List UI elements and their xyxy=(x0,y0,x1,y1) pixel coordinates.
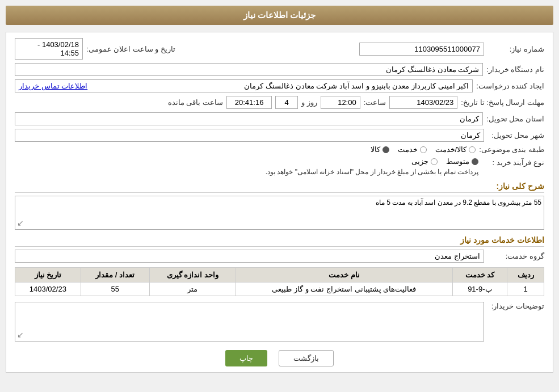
delivery-city-value: کرمان xyxy=(15,129,484,142)
resize-arrow-icon: ↙ xyxy=(17,218,24,227)
service-group-row: گروه خدمت: استخراج معدن xyxy=(15,250,544,263)
purchase-type-options: متوسط جزیی پرداخت تمام یا بخشی از مبلغ خ… xyxy=(266,157,478,176)
delivery-province-value: کرمان xyxy=(15,112,483,125)
col-header-code: کد خدمت xyxy=(452,268,507,283)
response-date-value: 1403/02/23 xyxy=(389,96,457,109)
category-option-kala[interactable]: کالا xyxy=(371,145,389,154)
button-row: بازگشت چاپ xyxy=(15,350,544,366)
need-number-row: شماره نیاز: 1103095511000077 تاریخ و ساع… xyxy=(15,38,544,60)
need-number-value: 1103095511000077 xyxy=(359,43,484,56)
category-label-khedmat: خدمت xyxy=(398,145,418,154)
cell-unit: متر xyxy=(149,283,236,296)
announce-datetime-label: تاریخ و ساعت اعلان عمومی: xyxy=(86,45,175,53)
service-group-value: استخراج معدن xyxy=(15,250,484,263)
resize-arrow2-icon: ↙ xyxy=(17,330,24,339)
page-container: جزئیات اطلاعات نیاز شماره نیاز: 11030955… xyxy=(0,0,559,392)
purchase-row2: پرداخت تمام یا بخشی از مبلغ خریدار از مح… xyxy=(266,168,478,176)
table-row: 1 ب-9-91 فعالیت‌های پشتیبانی استخراج نفت… xyxy=(15,283,544,296)
category-label-kala-khedmat: کالا/خدمت xyxy=(435,145,467,154)
request-creator-label: ایجاد کننده درخواست: xyxy=(476,82,544,90)
service-group-label: گروه خدمت: xyxy=(487,252,544,260)
purchase-radio-motavaset xyxy=(472,158,478,165)
category-label-kala: کالا xyxy=(371,145,380,154)
delivery-city-label: شهر محل تحویل: xyxy=(487,131,544,140)
category-radio-khedmat xyxy=(420,146,427,153)
col-header-row: ردیف xyxy=(507,268,544,283)
cell-qty: 55 xyxy=(81,283,149,296)
cell-name: فعالیت‌های پشتیبانی استخراج نفت و گاز طب… xyxy=(236,283,452,296)
col-header-date: تاریخ نیاز xyxy=(15,268,81,283)
print-button[interactable]: چاپ xyxy=(225,350,267,366)
response-days-value: 4 xyxy=(275,96,298,109)
response-remaining-label: ساعت باقی مانده xyxy=(168,98,223,107)
response-deadline-row: مهلت ارسال پاسخ: تا تاریخ: 1403/02/23 سا… xyxy=(15,96,544,109)
services-section-title: اطلاعات خدمات مورد نیاز xyxy=(15,235,544,247)
buyer-desc-wrapper: ↙ xyxy=(15,302,484,342)
cell-row: 1 xyxy=(507,283,544,296)
category-label: طبقه بندی موضوعی: xyxy=(479,145,544,154)
back-button[interactable]: بازگشت xyxy=(279,350,334,366)
purchase-type-label: نوع فرآیند خرید : xyxy=(482,157,544,167)
page-title: جزئیات اطلاعات نیاز xyxy=(6,6,553,25)
category-option-khedmat[interactable]: خدمت xyxy=(398,145,427,154)
response-day-label: روز و xyxy=(301,98,317,107)
buyer-desc-row: توضیحات خریدار: ↙ xyxy=(15,302,544,342)
category-row: طبقه بندی موضوعی: کالا/خدمت خدمت کالا xyxy=(15,145,544,154)
buyer-org-label: نام دستگاه خریدار: xyxy=(486,65,544,74)
category-option-kala-khedmat[interactable]: کالا/خدمت xyxy=(435,145,476,154)
category-radio-kala xyxy=(383,146,389,153)
services-table: ردیف کد خدمت نام خدمت واحد اندازه گیری ت… xyxy=(15,267,544,296)
delivery-city-row: شهر محل تحویل: کرمان xyxy=(15,129,544,142)
buyer-desc-value xyxy=(15,302,484,342)
purchase-label-jozi: جزیی xyxy=(411,157,428,166)
buyer-desc-label: توضیحات خریدار: xyxy=(487,302,544,310)
purchase-label-motavaset: متوسط xyxy=(446,157,469,166)
purchase-radio-jozi xyxy=(431,158,438,165)
response-clock-value: 20:41:16 xyxy=(226,96,272,109)
buyer-org-row: نام دستگاه خریدار: شرکت معادن ذغالسنگ کر… xyxy=(15,63,544,76)
request-creator-text: اکبر امینی کاربرداز معدن بابنیزو و اسد آ… xyxy=(244,82,469,90)
table-body: 1 ب-9-91 فعالیت‌های پشتیبانی استخراج نفت… xyxy=(15,283,544,296)
request-creator-value: اکبر امینی کاربرداز معدن بابنیزو و اسد آ… xyxy=(15,79,473,92)
purchase-type-row: نوع فرآیند خرید : متوسط جزیی پرداخت تمام… xyxy=(15,157,544,176)
buyer-org-value: شرکت معادن ذغالسنگ کرمان xyxy=(15,63,483,76)
need-description-section-title: شرح کلی نیاز: xyxy=(15,182,544,193)
category-radio-group: کالا/خدمت خدمت کالا xyxy=(371,145,476,154)
col-header-unit: واحد اندازه گیری xyxy=(149,268,236,283)
announce-datetime-value: 1403/02/18 - 14:55 xyxy=(15,38,83,60)
cell-code: ب-9-91 xyxy=(452,283,507,296)
need-number-label: شماره نیاز: xyxy=(487,45,544,53)
response-time-label: ساعت: xyxy=(364,98,386,107)
response-deadline-label: مهلت ارسال پاسخ: تا تاریخ: xyxy=(461,98,544,107)
category-radio-kala-khedmat xyxy=(469,146,476,153)
request-creator-row: ایجاد کننده درخواست: اکبر امینی کاربرداز… xyxy=(15,79,544,92)
purchase-option-motavaset[interactable]: متوسط xyxy=(446,157,478,166)
col-header-qty: تعداد / مقدار xyxy=(81,268,149,283)
purchase-option-jozi[interactable]: جزیی xyxy=(411,157,438,166)
delivery-province-row: استان محل تحویل: کرمان xyxy=(15,112,544,125)
purchase-note: پرداخت تمام یا بخشی از مبلغ خریدار از مح… xyxy=(266,168,478,176)
need-description-wrapper: 55 متر بیشروی با مقطع 9.2 در معدن اسد آب… xyxy=(15,196,544,230)
buyer-contact-link[interactable]: اطلاعات تماس خریدار xyxy=(19,82,87,90)
main-card: شماره نیاز: 1103095511000077 تاریخ و ساع… xyxy=(6,32,553,373)
need-description-value: 55 متر بیشروی با مقطع 9.2 در معدن اسد آب… xyxy=(15,196,544,230)
cell-date: 1403/02/23 xyxy=(15,283,81,296)
table-header-row: ردیف کد خدمت نام خدمت واحد اندازه گیری ت… xyxy=(15,268,544,283)
col-header-name: نام خدمت xyxy=(236,268,452,283)
response-time-value: 12:00 xyxy=(321,96,360,109)
delivery-province-label: استان محل تحویل: xyxy=(486,115,544,123)
purchase-row1: متوسط جزیی xyxy=(266,157,478,166)
